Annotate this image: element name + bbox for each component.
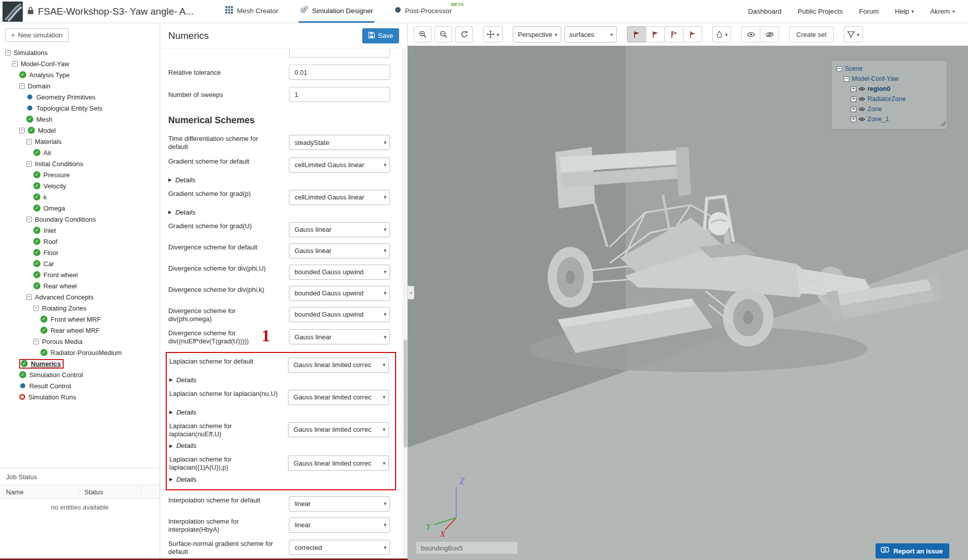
tree-item-analysis-type[interactable]: ✓Analysis Type [0,69,160,80]
scene-tree-item-scene[interactable]: −Scene [836,64,943,74]
nav-help-menu[interactable]: Help▾ [895,8,914,15]
refresh-view-button[interactable] [455,26,473,42]
expander-icon[interactable]: − [19,83,25,89]
zoom-in-button[interactable] [414,26,431,42]
select-mode-1-button[interactable] [627,26,646,42]
expander-icon[interactable]: − [26,139,32,144]
app-logo[interactable] [0,0,25,23]
zoom-out-button[interactable] [434,26,452,42]
number-of-sweeps-input[interactable]: 1 [289,87,390,102]
visibility-eye-icon[interactable] [859,97,865,101]
tree-item-floor[interactable]: ✓Floor [0,247,160,258]
scheme-select-divergence-scheme-for-div-phi-u[interactable]: bounded Gauss upwind▾ [289,265,390,280]
pan-tool-button[interactable]: ▾ [483,26,503,42]
scheme-select-surface-normal-gradient-scheme-for-default[interactable]: corrected▾ [289,540,390,555]
select-mode-2-button[interactable] [646,26,665,42]
tree-item-velocity[interactable]: ✓Velocity [0,180,160,191]
viewport-canvas[interactable]: −Scene−Model-Conf-Yaw+region0+RadiatorZo… [408,46,968,560]
tree-item-simulations[interactable]: −Simulations [0,47,160,58]
expander-icon[interactable]: − [26,294,32,300]
expander-icon[interactable]: − [12,61,18,67]
scene-tree-item-model-conf-yaw[interactable]: −Model-Conf-Yaw [836,74,943,84]
scene-tree-item-region0[interactable]: +region0 [836,84,943,94]
tree-item-domain[interactable]: −Domain [0,80,160,91]
details-toggle[interactable]: ▶Details [168,209,390,216]
color-by-button[interactable]: ▾ [712,26,731,42]
scheme-select-divergence-scheme-for-div-nueff-dev-t-grad-u[interactable]: Gauss linear▾ [289,329,390,344]
expander-icon[interactable]: − [26,161,32,167]
tree-item-numerics[interactable]: ✓Numerics [0,358,160,369]
tree-item-topological-entity-sets[interactable]: Topological Entity Sets [0,103,160,114]
details-toggle[interactable]: ▶Details [168,176,390,184]
tree-item-rotating-zones[interactable]: −Rotating Zones [0,302,160,314]
hide-selection-button[interactable] [760,26,779,42]
scheme-select-laplacian-scheme-for-laplacian-1-a-u-p[interactable]: Gauss linear limited correc▾ [288,455,389,471]
user-menu[interactable]: Akrem▾ [930,8,955,15]
report-issue-button[interactable]: Report an issue [876,543,949,558]
tree-item-initial-conditions[interactable]: −Initial Conditions [0,158,160,169]
scheme-select-gradient-scheme-for-grad-p[interactable]: cellLimited Gauss linear▾ [289,190,390,205]
tree-item-materials[interactable]: −Materials [0,136,160,147]
scheme-select-time-differentiation-scheme-for-default[interactable]: steadyState▾ [289,135,390,150]
tree-item-advanced-concepts[interactable]: −Advanced Concepts [0,291,160,302]
tree-item-roof[interactable]: ✓Roof [0,236,160,247]
scene-tree-item-zone[interactable]: +Zone [836,104,943,114]
scheme-select-divergence-scheme-for-default[interactable]: Gauss linear▾ [289,243,390,259]
tree-item-air[interactable]: ✓Air [0,147,160,158]
scheme-select-divergence-scheme-for-div-phi-k[interactable]: bounded Gauss upwind▾ [289,286,390,301]
tree-item-boundary-conditions[interactable]: −Boundary Conditions [0,214,160,225]
tree-item-pressure[interactable]: ✓Pressure [0,169,160,180]
scheme-select-laplacian-scheme-for-laplacian-nueff-u[interactable]: Gauss linear limited correc▾ [288,422,389,437]
create-set-button[interactable]: Create set [789,26,834,42]
expander-icon[interactable]: − [33,339,39,344]
tab-post-processor[interactable]: Post-Processor BETA [394,0,453,23]
panel-scrollbar[interactable] [403,48,407,560]
expander-icon[interactable]: − [837,66,842,72]
scheme-select-gradient-scheme-for-default[interactable]: cellLimited Gauss linear▾ [289,158,390,173]
visibility-eye-icon[interactable] [859,107,865,111]
tree-item-inlet[interactable]: ✓Inlet [0,225,160,236]
tree-item-model-conf-yaw[interactable]: −Model-Conf-Yaw [0,58,160,69]
tree-item-model[interactable]: −✓Model [0,125,160,136]
tree-item-front-wheel[interactable]: ✓Front wheel [0,269,160,280]
new-simulation-button[interactable]: + New simulation [5,28,69,42]
expander-icon[interactable]: + [851,107,856,112]
expander-icon[interactable]: − [33,306,39,311]
select-mode-4-button[interactable] [683,26,702,42]
scene-tree-item-radiatorzone[interactable]: +RadiatorZone [836,94,943,104]
tree-item-simulation-runs[interactable]: Simulation Runs [0,391,160,402]
tree-item-omega[interactable]: ✓Omega [0,202,160,214]
tree-item-porous-media[interactable]: −Porous Media [0,336,160,347]
details-toggle[interactable]: ▶Details [169,476,389,483]
tab-simulation-designer[interactable]: Simulation Designer [299,0,374,23]
render-mode-select[interactable]: surfaces ▾ [564,26,617,42]
nav-forum[interactable]: Forum [859,8,879,15]
filter-button[interactable]: ▾ [844,26,863,42]
select-mode-3-button[interactable] [664,26,684,42]
bounding-box-field[interactable]: boundingBox5 [416,541,518,554]
expander-icon[interactable]: − [5,50,11,56]
projection-select[interactable]: Perspective ▾ [513,26,561,42]
expander-icon[interactable]: − [844,76,849,82]
tree-item-car[interactable]: ✓Car [0,258,160,269]
relative-tolerance-input[interactable]: 0.01 [289,65,390,80]
scheme-select-divergence-scheme-for-div-phi-omega[interactable]: bounded Gauss upwind▾ [289,307,390,322]
scheme-select-interpolation-scheme-for-interpolate-hbya[interactable]: linear▾ [289,518,390,533]
details-toggle[interactable]: ▶Details [169,376,389,384]
tree-item-geometry-primitives[interactable]: Geometry Primitives [0,91,160,103]
scheme-select-interpolation-scheme-for-default[interactable]: linear▾ [289,496,390,512]
expander-icon[interactable]: + [851,96,856,102]
scheme-select-gradient-scheme-for-grad-u[interactable]: Gauss linear▾ [289,222,390,237]
tree-item-rear-wheel[interactable]: ✓Rear wheel [0,280,160,291]
tree-item-radiator-porousmedium[interactable]: ✓Radiator-PorousMedium [0,347,160,358]
scrollbar-thumb[interactable] [404,340,407,447]
expander-icon[interactable]: − [26,217,32,222]
visibility-eye-icon[interactable] [859,87,865,91]
scheme-select-laplacian-scheme-for-default[interactable]: Gauss linear limited correc▾ [288,358,389,373]
scheme-select-laplacian-scheme-for-laplacian-nu-u[interactable]: Gauss linear limited correc▾ [288,390,389,405]
save-button[interactable]: Save [362,28,399,43]
tree-item-mesh[interactable]: ✓Mesh [0,114,160,125]
expander-icon[interactable]: − [19,128,25,133]
expander-icon[interactable]: + [851,86,856,92]
show-selection-button[interactable] [741,26,760,42]
